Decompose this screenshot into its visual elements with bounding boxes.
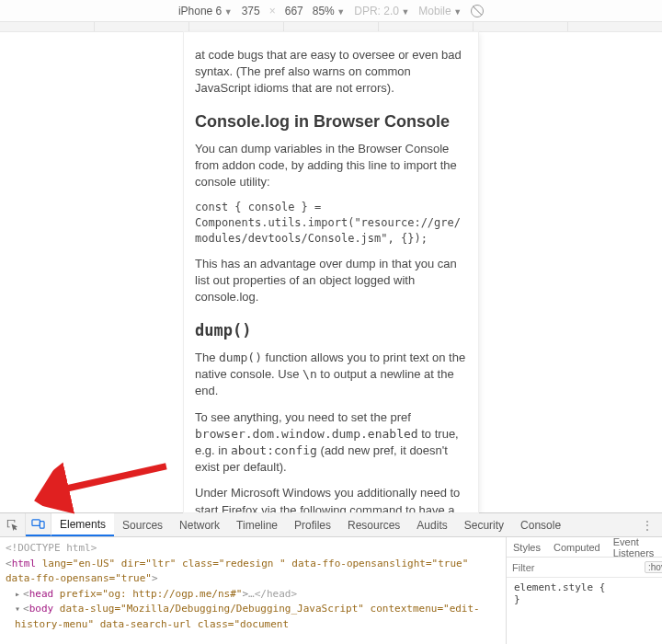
inline-code: dump() (219, 351, 262, 364)
dom-line[interactable]: <html lang="en-US" dir="ltr" class="rede… (6, 557, 500, 587)
styles-pane: Styles Computed Event Listeners » :hov ◆… (506, 537, 662, 644)
no-throttling-icon[interactable] (471, 5, 484, 17)
tab-profiles[interactable]: Profiles (286, 513, 339, 536)
viewport-width[interactable]: 375 (242, 5, 260, 17)
tab-network[interactable]: Network (171, 513, 228, 536)
tab-console[interactable]: Console (512, 513, 569, 536)
device-ruler (0, 22, 662, 32)
dom-line[interactable]: <body data-slug="Mozilla/Debugging/Debug… (6, 602, 500, 632)
device-select[interactable]: iPhone 6 (178, 5, 233, 17)
paragraph: To see anything, you need to set the pre… (195, 409, 467, 477)
device-toolbar: iPhone 6 375 × 667 85% DPR: 2.0 Mobile (0, 0, 662, 22)
zoom-select[interactable]: 85% (313, 5, 345, 17)
tab-elements[interactable]: Elements (51, 513, 114, 536)
inline-code: about:config (231, 443, 317, 457)
svg-rect-1 (32, 520, 40, 526)
devtools-panel: Elements Sources Network Timeline Profil… (0, 512, 662, 644)
tab-sources[interactable]: Sources (114, 513, 171, 536)
paragraph: at code bugs that are easy to oversee or… (195, 47, 467, 98)
tab-resources[interactable]: Resources (339, 513, 408, 536)
tab-timeline[interactable]: Timeline (228, 513, 286, 536)
tab-audits[interactable]: Audits (408, 513, 455, 536)
paragraph: Under Microsoft Windows you additionally… (195, 485, 467, 512)
tab-security[interactable]: Security (456, 513, 512, 536)
styles-tab-computed[interactable]: Computed (547, 537, 607, 557)
styles-filter-input[interactable] (512, 562, 639, 573)
style-rule-close: } (514, 593, 655, 605)
style-rule[interactable]: element.style { (514, 581, 655, 593)
paragraph: You can dump variables in the Browser Co… (195, 141, 467, 191)
inspect-element-button[interactable] (0, 513, 26, 536)
styles-tab-styles[interactable]: Styles (507, 537, 547, 557)
styles-filter-row: :hov ◆ .cls (507, 558, 662, 578)
devtools-more-button[interactable]: ⋮ (633, 513, 662, 536)
rendered-page[interactable]: at code bugs that are easy to oversee or… (184, 32, 478, 512)
dom-tree[interactable]: <!DOCTYPE html> <html lang="en-US" dir="… (0, 537, 506, 644)
styles-tab-event-listeners[interactable]: Event Listeners (607, 537, 661, 557)
device-mode-toggle[interactable] (26, 513, 51, 536)
paragraph: This has an advantage over dump in that … (195, 256, 467, 306)
device-frame: at code bugs that are easy to oversee or… (0, 32, 662, 512)
dpr-select[interactable]: DPR: 2.0 (354, 5, 409, 17)
ua-select[interactable]: Mobile (418, 5, 462, 17)
paragraph: The dump() function allows you to print … (195, 350, 467, 400)
devtools-tabbar: Elements Sources Network Timeline Profil… (0, 513, 662, 537)
dom-line[interactable]: <!DOCTYPE html> (6, 541, 500, 557)
devtools-body: <!DOCTYPE html> <html lang="en-US" dir="… (0, 537, 662, 644)
inline-code: \n (302, 367, 317, 381)
dimension-separator: × (269, 5, 276, 17)
heading-dump: dump() (195, 320, 467, 342)
hov-toggle[interactable]: :hov (645, 561, 662, 573)
styles-content[interactable]: element.style { } (507, 578, 662, 609)
inline-code: browser.dom.window.dump.enabled (195, 427, 418, 441)
dom-line[interactable]: <head prefix="og: http://ogp.me/ns#">…</… (6, 587, 500, 603)
svg-rect-2 (40, 522, 44, 529)
viewport-height[interactable]: 667 (285, 5, 303, 17)
code-block: const { console } = Components.utils.imp… (195, 200, 467, 246)
styles-tabbar: Styles Computed Event Listeners » (507, 537, 662, 558)
heading-console-log: Console.log in Browser Console (195, 110, 467, 133)
